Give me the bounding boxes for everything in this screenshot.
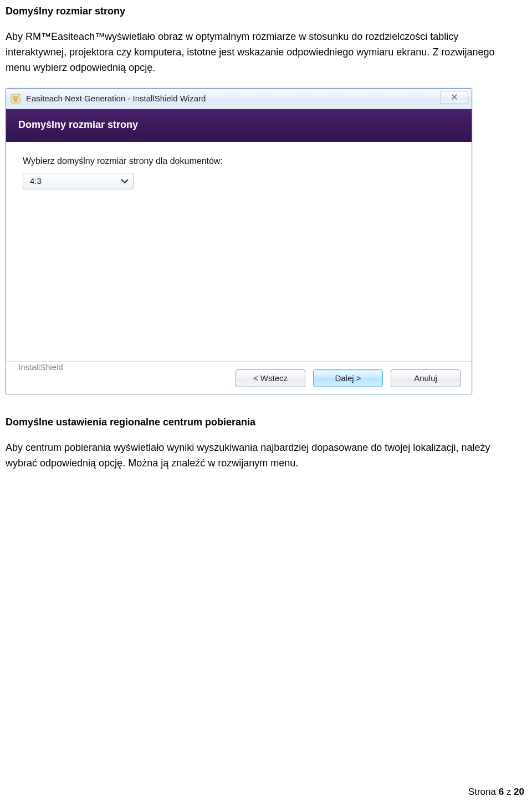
wizard-footer: InstallShield < Wstecz Dalej > Anuluj: [6, 361, 472, 394]
page-size-dropdown[interactable]: 4:3: [23, 173, 134, 189]
page-current: 6: [499, 787, 504, 797]
dialog-body: Domyślny rozmiar strony Wybierz domyślny…: [6, 109, 472, 394]
installshield-dialog: Easiteach Next Generation - InstallShiel…: [6, 88, 472, 394]
svg-rect-1: [13, 96, 18, 100]
svg-rect-2: [14, 100, 17, 101]
dialog-titlebar: Easiteach Next Generation - InstallShiel…: [6, 89, 472, 109]
wizard-content: Wybierz domyślny rozmiar strony dla doku…: [6, 142, 472, 361]
section1-heading: Domyślny rozmiar strony: [6, 6, 499, 17]
installshield-brand: InstallShield: [15, 362, 66, 372]
section2-heading: Domyślne ustawienia regionalne centrum p…: [6, 417, 499, 428]
page-total: 20: [514, 787, 524, 797]
wizard-header-title: Domyślny rozmiar strony: [18, 119, 459, 131]
page-size-label: Wybierz domyślny rozmiar strony dla doku…: [23, 156, 455, 166]
page-number: Strona 6 z 20: [468, 787, 524, 798]
close-button[interactable]: [441, 91, 468, 104]
page-sep: z: [504, 787, 514, 797]
cancel-button[interactable]: Anuluj: [391, 369, 461, 387]
close-icon: [451, 92, 458, 102]
next-button[interactable]: Dalej >: [313, 369, 383, 387]
dialog-title: Easiteach Next Generation - InstallShiel…: [26, 94, 206, 103]
installer-icon: [11, 94, 21, 104]
page-prefix: Strona: [468, 787, 499, 797]
section1-paragraph: Aby RM™Easiteach™wyświetlało obraz w opt…: [6, 29, 499, 76]
back-button[interactable]: < Wstecz: [236, 369, 305, 387]
wizard-header: Domyślny rozmiar strony: [6, 109, 472, 142]
section2-paragraph: Aby centrum pobierania wyświetlało wynik…: [6, 440, 499, 471]
chevron-down-icon: [120, 176, 130, 186]
wizard-button-row: < Wstecz Dalej > Anuluj: [236, 369, 461, 387]
page-size-value: 4:3: [30, 176, 42, 186]
